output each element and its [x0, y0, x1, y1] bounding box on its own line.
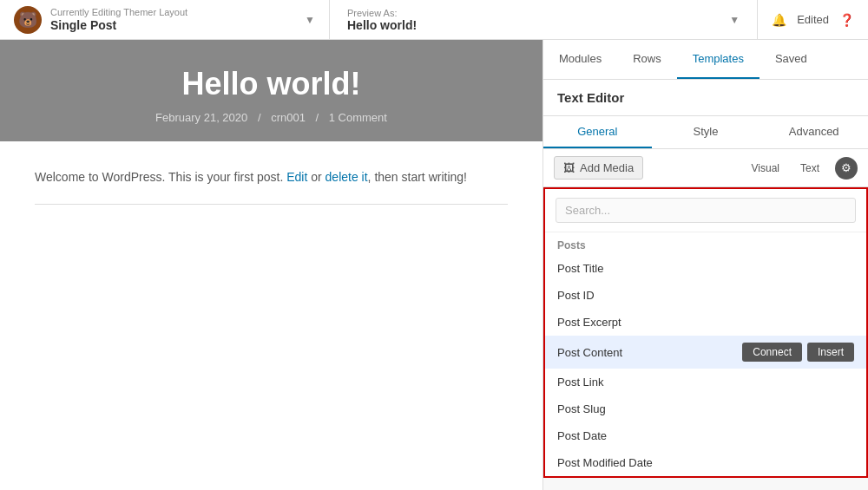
preview-header: Hello world! February 21, 2020 / crn001 … [0, 40, 542, 141]
editor-info: 🐻 Currently Editing Themer Layout Single… [0, 0, 330, 39]
content-divider [35, 204, 508, 205]
item-label: Post Title [557, 262, 603, 275]
main-layout: Hello world! February 21, 2020 / crn001 … [0, 40, 868, 490]
subtab-style[interactable]: Style [652, 116, 760, 148]
text-editor-title: Text Editor [557, 90, 624, 105]
category-label: Posts [545, 232, 866, 255]
search-row [545, 189, 866, 232]
help-icon[interactable]: ❓ [839, 13, 854, 27]
visual-button[interactable]: Visual [743, 159, 788, 178]
top-bar-actions: 🔔 Edited ❓ [758, 0, 868, 39]
preview-label: Preview As: [347, 8, 417, 18]
panel-tabs: Modules Rows Templates Saved [543, 40, 868, 80]
post-comments: 1 Comment [329, 111, 387, 124]
add-media-label: Add Media [580, 161, 634, 174]
add-media-icon: 🖼 [563, 161, 575, 174]
sub-tabs: General Style Advanced [543, 116, 868, 149]
currently-editing-label: Currently Editing Themer Layout [50, 7, 187, 17]
item-label: Post Content [557, 346, 622, 359]
text-editor-header: Text Editor [543, 80, 868, 116]
subtab-advanced[interactable]: Advanced [760, 116, 868, 148]
list-item[interactable]: Post Title [545, 255, 866, 282]
preview-post-content: Welcome to WordPress. This is your first… [0, 141, 542, 248]
list-item-selected[interactable]: Post Content Connect Insert [545, 336, 866, 369]
item-label: Post ID [557, 289, 595, 302]
list-item[interactable]: Post Date [545, 422, 866, 449]
post-author: crn001 [271, 111, 306, 124]
layout-dropdown-arrow[interactable]: ▼ [305, 14, 315, 26]
connect-button[interactable]: Connect [742, 343, 802, 362]
settings-gear-button[interactable]: ⚙ [835, 157, 858, 180]
top-bar: 🐻 Currently Editing Themer Layout Single… [0, 0, 868, 40]
preview-post-title: Hello world! [17, 66, 525, 102]
item-label: Post Modified Date [557, 456, 653, 469]
add-media-button[interactable]: 🖼 Add Media [554, 156, 643, 180]
item-actions: Connect Insert [742, 343, 854, 362]
logo-icon: 🐻 [18, 10, 37, 29]
meta-sep1: / [258, 111, 264, 124]
item-label: Post Slug [557, 402, 606, 415]
tab-rows[interactable]: Rows [617, 40, 677, 79]
edit-link[interactable]: Edit [286, 170, 307, 184]
title-block: Currently Editing Themer Layout Single P… [50, 7, 187, 32]
list-item[interactable]: Post Excerpt [545, 309, 866, 336]
preview-info: Preview As: Hello world! [347, 8, 417, 32]
preview-post-meta: February 21, 2020 / crn001 / 1 Comment [17, 111, 525, 124]
edited-status: Edited [797, 13, 829, 26]
gear-icon: ⚙ [841, 161, 852, 174]
delete-link[interactable]: delete it [326, 170, 368, 184]
preview-dropdown-arrow[interactable]: ▼ [729, 14, 740, 26]
tab-saved[interactable]: Saved [760, 40, 823, 79]
item-label: Post Excerpt [557, 316, 621, 329]
right-panel: Modules Rows Templates Saved Text Editor… [542, 40, 868, 490]
item-label: Post Link [557, 376, 603, 389]
list-item[interactable]: Post Slug [545, 395, 866, 422]
tab-modules[interactable]: Modules [543, 40, 617, 79]
tab-templates[interactable]: Templates [677, 40, 760, 79]
subtab-general[interactable]: General [543, 116, 652, 148]
logo: 🐻 [14, 6, 42, 34]
editor-toolbar: 🖼 Add Media Visual Text ⚙ [543, 149, 868, 187]
insert-button[interactable]: Insert [807, 343, 854, 362]
preview-selector[interactable]: Preview As: Hello world! ▼ [330, 0, 758, 39]
layout-name: Single Post [50, 18, 187, 32]
text-button[interactable]: Text [792, 159, 828, 178]
item-label: Post Date [557, 429, 607, 442]
list-item[interactable]: Post ID [545, 282, 866, 309]
post-body-text: Welcome to WordPress. This is your first… [35, 167, 508, 186]
search-input[interactable] [556, 198, 856, 223]
meta-sep2: / [316, 111, 322, 124]
list-item[interactable]: Post Modified Date [545, 449, 866, 476]
preview-area: Hello world! February 21, 2020 / crn001 … [0, 40, 542, 490]
list-item[interactable]: Post Link [545, 369, 866, 395]
post-date: February 21, 2020 [155, 111, 247, 124]
field-picker-dropdown: Posts Post Title Post ID Post Excerpt Po… [543, 187, 868, 478]
visual-text-toggle: Visual Text [743, 159, 828, 178]
preview-value: Hello world! [347, 18, 417, 32]
notification-icon[interactable]: 🔔 [772, 13, 786, 27]
